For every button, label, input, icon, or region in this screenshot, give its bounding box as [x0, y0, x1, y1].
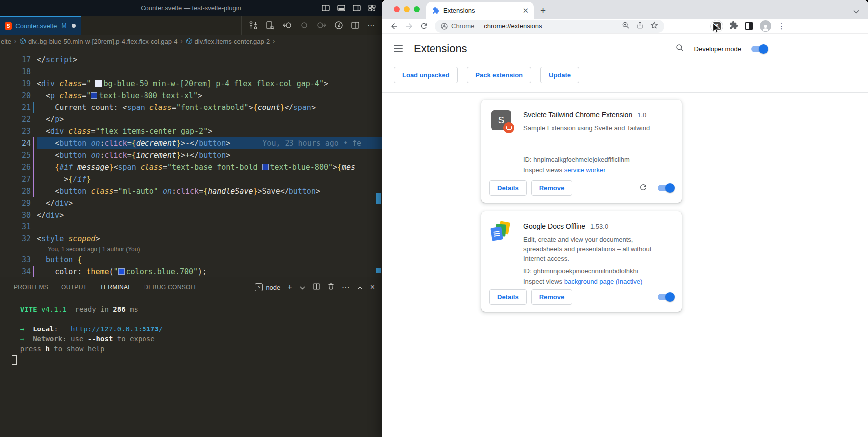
share-icon[interactable]	[636, 21, 644, 31]
open-preview-icon[interactable]	[266, 21, 275, 30]
line-number: 26	[0, 161, 31, 173]
new-tab-button[interactable]: +	[540, 6, 546, 15]
remove-button[interactable]: Remove	[531, 180, 573, 196]
terminal-icon: >	[255, 283, 263, 291]
navigate-back-icon[interactable]	[283, 21, 292, 30]
color-swatch	[91, 92, 97, 99]
vscode-window: Counter.svelte — test-svelte-plugin S Co…	[0, 0, 382, 437]
profile-avatar[interactable]	[760, 20, 771, 32]
line-number: 17	[0, 54, 31, 66]
chrome-menu-icon[interactable]: ⋮	[778, 22, 785, 31]
extensions-puzzle-icon[interactable]	[729, 21, 738, 32]
terminal-dropdown-icon[interactable]	[300, 283, 305, 292]
shell-label: node	[266, 284, 280, 291]
search-icon[interactable]	[675, 43, 684, 54]
developer-mode-toggle[interactable]	[751, 46, 767, 52]
code-line: 18	[0, 66, 382, 78]
code-line: 24 <button on:click={decrement}>-</butto…	[0, 137, 382, 149]
back-icon[interactable]	[390, 22, 399, 31]
details-button[interactable]: Details	[489, 180, 527, 196]
close-window-button[interactable]	[394, 6, 400, 12]
breadcrumb-root[interactable]: elte	[1, 38, 11, 45]
minimize-window-button[interactable]	[404, 6, 410, 12]
breadcrumb[interactable]: elte › div..bg-blue-50.min-w-[20rem].p-4…	[0, 35, 382, 48]
url-text[interactable]: chrome://extensions	[484, 22, 542, 30]
terminal-shell-chip[interactable]: > node	[255, 283, 280, 291]
code-editor[interactable]: 17</script>1819<div class=" bg-blue-50 m…	[0, 48, 382, 277]
layout-columns-icon[interactable]	[322, 5, 330, 11]
tab-extensions[interactable]: Extensions ✕	[426, 2, 534, 19]
unsaved-dot-icon	[72, 24, 76, 28]
tab-search-chevron-icon[interactable]	[853, 7, 859, 16]
extension-version: 1.0	[637, 110, 646, 120]
symbol-class-icon	[19, 38, 26, 45]
menu-hamburger-icon[interactable]	[394, 45, 403, 52]
run-icon[interactable]	[334, 21, 343, 30]
details-button[interactable]: Details	[489, 289, 527, 305]
load-unpacked-button[interactable]: Load unpacked	[394, 67, 458, 83]
maximize-panel-icon[interactable]	[357, 283, 363, 292]
extensions-actions: Load unpacked Pack extension Update	[382, 64, 868, 92]
customize-layout-icon[interactable]	[368, 5, 376, 11]
navigate-forward-icon[interactable]	[316, 21, 326, 30]
extension-enabled-toggle[interactable]	[658, 185, 674, 191]
terminal-line	[12, 314, 382, 324]
update-button[interactable]: Update	[540, 67, 579, 83]
vscode-titlebar[interactable]: Counter.svelte — test-svelte-plugin	[0, 0, 382, 16]
code-line: 32<style scoped>	[0, 233, 382, 245]
reload-extension-icon[interactable]	[639, 183, 648, 194]
tab-terminal[interactable]: TERMINAL	[100, 282, 131, 293]
terminal-line: → Network: use --host to expose	[12, 334, 382, 344]
more-actions-icon[interactable]: ⋯	[367, 21, 375, 30]
new-terminal-icon[interactable]: +	[288, 283, 292, 291]
close-tab-icon[interactable]: ✕	[522, 7, 529, 14]
remove-button[interactable]: Remove	[531, 289, 573, 305]
extensions-header: Extensions Developer mode	[382, 34, 868, 64]
pack-extension-button[interactable]: Pack extension	[467, 67, 531, 83]
extension-enabled-toggle[interactable]	[658, 294, 674, 300]
reload-icon[interactable]	[420, 22, 428, 30]
tab-debug-console[interactable]: DEBUG CONSOLE	[144, 282, 198, 293]
extension-description: Sample Extension using Svelte and Tailwi…	[523, 123, 650, 133]
git-compare-icon[interactable]	[249, 21, 258, 30]
git-blame-annotation: You, 23 hours ago • fe	[262, 139, 361, 148]
line-number: 27	[0, 173, 31, 185]
git-modified-badge: M	[61, 22, 66, 29]
code-line: 21 Current count: <span class="font-extr…	[0, 102, 382, 113]
panel-bottom-icon[interactable]	[337, 5, 345, 11]
zoom-icon[interactable]	[622, 21, 630, 31]
color-swatch	[262, 164, 269, 170]
zoom-window-button[interactable]	[414, 6, 420, 12]
panel-right-icon[interactable]	[353, 5, 361, 11]
service-worker-link[interactable]: service worker	[564, 166, 606, 174]
inspect-views-line: Inspect views service worker	[523, 165, 650, 175]
breadcrumb-item[interactable]: div..bg-blue-50.min-w-[20rem].p-4.flex.f…	[19, 38, 178, 45]
editor-actions: ⋯	[241, 16, 382, 35]
tab-label: Counter.svelte	[15, 22, 57, 30]
terminal-output[interactable]: VITE v4.1.1 ready in 286 ms → Local: htt…	[0, 297, 382, 365]
tab-counter-svelte[interactable]: S Counter.svelte M	[0, 16, 81, 35]
tab-output[interactable]: OUTPUT	[61, 282, 87, 293]
vscode-tabbar: S Counter.svelte M ⋯	[0, 16, 382, 35]
tab-problems[interactable]: PROBLEMS	[14, 282, 48, 293]
code-line: 22 </p>	[0, 113, 382, 125]
line-number: 21	[0, 102, 31, 113]
vscode-window-title: Counter.svelte — test-svelte-plugin	[141, 4, 241, 12]
line-number: 23	[0, 125, 31, 137]
bookmark-star-icon[interactable]	[650, 21, 658, 31]
breadcrumb-item[interactable]: div.flex.items-center.gap-2	[186, 38, 270, 45]
line-number: 30	[0, 209, 31, 221]
code-line: 31	[0, 221, 382, 233]
code-line: 25 <button on:click={increment}>+</butto…	[0, 149, 382, 161]
side-panel-icon[interactable]	[745, 22, 753, 30]
site-engine-label: Chrome	[451, 22, 474, 30]
forward-icon[interactable]	[405, 22, 414, 31]
close-panel-icon[interactable]: ×	[370, 283, 375, 292]
kill-terminal-icon[interactable]	[328, 283, 334, 292]
split-editor-icon[interactable]	[351, 22, 359, 29]
split-terminal-icon[interactable]	[313, 283, 320, 292]
circle-icon[interactable]	[300, 21, 308, 29]
panel-more-icon[interactable]: ⋯	[342, 283, 350, 291]
chrome-tabstrip: Extensions ✕ +	[382, 0, 868, 19]
address-bar[interactable]: Chrome chrome://extensions	[435, 20, 664, 33]
